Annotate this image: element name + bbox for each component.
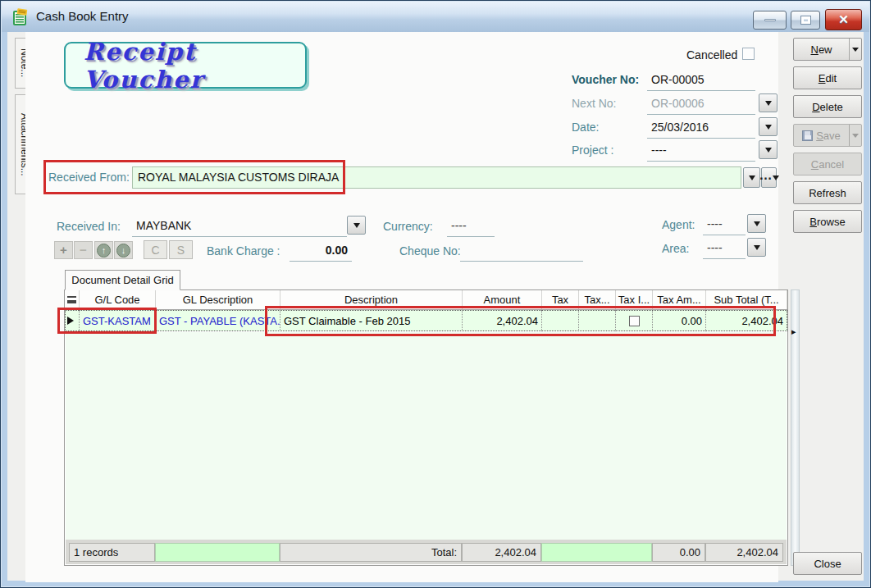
currency-label: Currency: [383,220,433,233]
tax-inclusive-checkbox[interactable] [629,316,640,326]
chevron-down-icon [849,125,861,146]
project-dropdown[interactable] [759,140,778,159]
received-in-dropdown[interactable] [347,216,366,235]
column-header-tax-code[interactable]: Tax... [579,290,616,309]
c-button[interactable]: C [144,240,167,259]
close-icon [838,12,849,27]
edit-button[interactable]: Edit [793,66,862,89]
minimize-button[interactable] [753,11,787,30]
cancelled-checkbox[interactable] [742,48,755,60]
column-header-tax-inclusive[interactable]: Tax I... [616,290,653,309]
delete-button[interactable]: Delete [793,95,862,118]
date-value[interactable]: 25/03/2016 [647,117,755,139]
cell-amount[interactable]: 2,402.04 [463,310,542,331]
chevron-down-icon[interactable] [849,39,861,60]
grid-tab-document-detail[interactable]: Document Detail Grid [65,270,180,290]
agent-label: Agent: [662,218,695,231]
remove-row-button[interactable] [74,241,93,259]
floppy-icon [802,130,813,141]
agent-dropdown[interactable] [747,214,766,233]
column-header-gl-description[interactable]: GL Description [156,290,280,309]
plus-icon [60,243,67,258]
document-detail-grid: G/L Code GL Description Description Amou… [64,289,788,566]
form-panel: Receipt Voucher Cancelled Voucher No: OR… [25,32,778,582]
project-value[interactable]: ---- [647,140,755,162]
cell-tax-amount[interactable]: 0.00 [653,310,706,331]
agent-value[interactable]: ---- [703,214,746,235]
cell-gl-description[interactable]: GST - PAYABLE (KASTA.. [156,310,280,331]
maximize-icon [801,16,810,24]
move-up-button[interactable]: ↑ [94,241,113,259]
minimize-icon [764,19,776,21]
close-window-button[interactable] [825,9,862,30]
total-label: Total: [280,543,462,562]
cheque-no-input[interactable] [460,240,583,262]
cheque-no-label: Cheque No: [399,244,461,258]
footer-spacer-green-1 [155,543,280,562]
arrow-down-icon: ↓ [116,244,130,258]
cell-description[interactable]: GST Claimable - Feb 2015 [280,310,463,331]
records-count: 1 records [69,543,155,562]
add-row-button[interactable] [54,241,73,259]
column-header-tax-amount[interactable]: Tax Am... [653,290,706,309]
new-button[interactable]: New [793,38,862,61]
window-title: Cash Book Entry [36,9,129,23]
client-area: Note... Attachments... Receipt Voucher C… [7,32,864,581]
column-header-tax[interactable]: Tax [542,290,579,309]
arrow-up-icon: ↑ [97,244,111,258]
titlebar: Cash Book Entry [2,2,869,32]
receipt-voucher-banner-text: Receipt Voucher [84,38,305,93]
area-dropdown[interactable] [747,238,766,257]
new-button-label: New [794,43,849,56]
date-dropdown[interactable] [759,117,778,136]
move-down-button[interactable]: ↓ [114,241,133,259]
grid-splitter[interactable] [791,289,800,566]
s-button[interactable]: S [169,240,193,259]
minus-icon [80,243,87,258]
grid-empty-area [66,332,787,540]
voucher-no-value: OR-00005 [647,70,755,91]
cell-gl-code[interactable]: GST-KASTAM [80,310,156,331]
total-tax-amount: 0.00 [652,543,705,562]
close-button[interactable]: Close [793,552,862,575]
received-from-input[interactable]: ROYAL MALAYSIA CUSTOMS DIRAJA [132,166,741,189]
maximize-button[interactable] [791,11,820,30]
area-label: Area: [662,242,689,255]
grid-header-row: G/L Code GL Description Description Amou… [65,290,787,310]
cash-book-entry-window: Cash Book Entry Note... Attachments... R… [0,0,871,588]
list-icon [67,296,76,303]
next-no-dropdown[interactable] [759,93,778,112]
project-label: Project : [572,144,613,157]
next-no-value: OR-00006 [647,93,755,115]
save-button[interactable]: Save [793,124,862,147]
cell-tax-code[interactable] [579,310,616,331]
cell-tax[interactable] [542,310,579,331]
voucher-no-label: Voucher No: [572,73,639,86]
column-header-sub-total[interactable]: Sub Total (T... [706,290,787,309]
received-from-dropdown[interactable] [743,167,760,188]
cell-sub-total[interactable]: 2,402.04 [706,310,787,331]
area-value[interactable]: ---- [703,238,746,259]
bank-charge-value[interactable]: 0.00 [290,240,352,262]
receipt-voucher-banner: Receipt Voucher [64,42,307,89]
total-sub-total: 2,402.04 [705,543,783,562]
column-header-gl-code[interactable]: G/L Code [80,290,156,309]
received-from-label: Received From: [48,171,130,184]
table-row[interactable]: GST-KASTAM GST - PAYABLE (KASTA.. GST Cl… [65,310,787,331]
received-from-browse-button[interactable] [761,167,777,188]
date-label: Date: [572,121,599,134]
browse-button[interactable]: Browse [793,210,862,233]
next-no-label: Next No: [572,97,616,110]
received-in-value[interactable]: MAYBANK [132,216,347,237]
cell-tax-inclusive [616,310,653,331]
cash-book-icon [12,8,30,26]
column-header-description[interactable]: Description [280,290,463,309]
total-amount: 2,402.04 [462,543,541,562]
refresh-button[interactable]: Refresh [793,181,862,204]
column-header-amount[interactable]: Amount [463,290,542,309]
footer-spacer-green-2 [541,543,652,562]
row-marker [65,310,80,331]
cancel-button[interactable]: Cancel [793,153,862,175]
grid-footer: 1 records Total: 2,402.04 0.00 2,402.04 [66,540,787,564]
row-marker-icon [67,317,78,325]
